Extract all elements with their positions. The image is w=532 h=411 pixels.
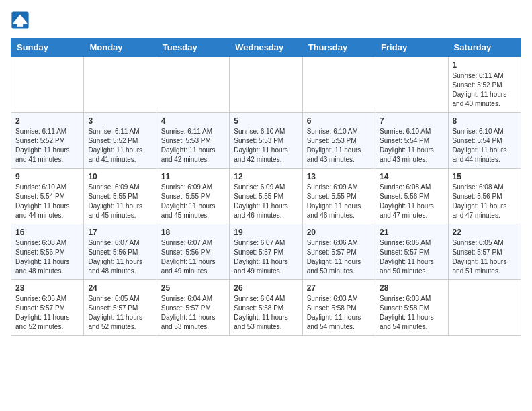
day-number: 22 — [453, 228, 517, 237]
day-info: Sunrise: 6:05 AMSunset: 5:57 PMDaylight:… — [15, 294, 79, 332]
day-number: 3 — [88, 116, 152, 126]
weekday-header: Saturday — [448, 38, 521, 57]
day-info: Sunrise: 6:09 AMSunset: 5:55 PMDaylight:… — [88, 183, 152, 220]
day-number: 25 — [161, 283, 225, 293]
day-info: Sunrise: 6:11 AMSunset: 5:52 PMDaylight:… — [453, 71, 517, 109]
day-info: Sunrise: 6:07 AMSunset: 5:56 PMDaylight:… — [161, 238, 225, 276]
calendar-day-cell: 22Sunrise: 6:05 AMSunset: 5:57 PMDayligh… — [448, 224, 521, 280]
day-info: Sunrise: 6:04 AMSunset: 5:58 PMDaylight:… — [234, 294, 298, 332]
calendar-day-cell — [157, 57, 229, 113]
calendar-day-cell: 7Sunrise: 6:10 AMSunset: 5:54 PMDaylight… — [375, 113, 448, 169]
logo — [11, 11, 32, 30]
day-number: 15 — [453, 172, 517, 181]
day-info: Sunrise: 6:11 AMSunset: 5:53 PMDaylight:… — [161, 127, 225, 165]
day-number: 20 — [307, 228, 371, 237]
calendar-day-cell: 5Sunrise: 6:10 AMSunset: 5:53 PMDaylight… — [230, 113, 302, 169]
day-info: Sunrise: 6:08 AMSunset: 5:56 PMDaylight:… — [15, 238, 79, 276]
calendar-day-cell: 13Sunrise: 6:09 AMSunset: 5:55 PMDayligh… — [302, 169, 375, 224]
weekday-header-row: SundayMondayTuesdayWednesdayThursdayFrid… — [11, 38, 521, 57]
calendar-day-cell — [11, 57, 84, 113]
page-header — [11, 11, 521, 30]
day-number: 26 — [234, 283, 298, 293]
day-info: Sunrise: 6:10 AMSunset: 5:54 PMDaylight:… — [15, 183, 79, 220]
day-info: Sunrise: 6:10 AMSunset: 5:54 PMDaylight:… — [380, 127, 443, 165]
calendar-day-cell: 25Sunrise: 6:04 AMSunset: 5:57 PMDayligh… — [157, 280, 229, 336]
day-info: Sunrise: 6:03 AMSunset: 5:58 PMDaylight:… — [380, 294, 443, 332]
weekday-header: Monday — [84, 38, 157, 57]
weekday-header: Thursday — [302, 38, 375, 57]
calendar-header: SundayMondayTuesdayWednesdayThursdayFrid… — [11, 38, 521, 57]
calendar-day-cell: 23Sunrise: 6:05 AMSunset: 5:57 PMDayligh… — [11, 280, 84, 336]
calendar-week-row: 1Sunrise: 6:11 AMSunset: 5:52 PMDaylight… — [11, 57, 521, 113]
day-number: 18 — [161, 228, 225, 237]
day-number: 13 — [307, 172, 371, 181]
day-info: Sunrise: 6:10 AMSunset: 5:54 PMDaylight:… — [453, 127, 517, 165]
day-number: 11 — [161, 172, 225, 181]
weekday-header: Wednesday — [230, 38, 302, 57]
calendar-day-cell: 1Sunrise: 6:11 AMSunset: 5:52 PMDaylight… — [448, 57, 521, 113]
calendar-table: SundayMondayTuesdayWednesdayThursdayFrid… — [11, 38, 521, 336]
day-info: Sunrise: 6:04 AMSunset: 5:57 PMDaylight:… — [161, 294, 225, 332]
day-info: Sunrise: 6:09 AMSunset: 5:55 PMDaylight:… — [307, 183, 371, 220]
day-number: 16 — [15, 228, 79, 237]
calendar-day-cell: 14Sunrise: 6:08 AMSunset: 5:56 PMDayligh… — [375, 169, 448, 224]
day-info: Sunrise: 6:05 AMSunset: 5:57 PMDaylight:… — [88, 294, 152, 332]
day-number: 24 — [88, 283, 152, 293]
day-number: 1 — [453, 60, 517, 70]
day-number: 10 — [88, 172, 152, 181]
day-number: 5 — [234, 116, 298, 126]
day-number: 2 — [15, 116, 79, 126]
day-info: Sunrise: 6:07 AMSunset: 5:56 PMDaylight:… — [88, 238, 152, 276]
day-number: 12 — [234, 172, 298, 181]
calendar-week-row: 23Sunrise: 6:05 AMSunset: 5:57 PMDayligh… — [11, 280, 521, 336]
day-number: 7 — [380, 116, 443, 126]
day-number: 4 — [161, 116, 225, 126]
calendar-day-cell — [375, 57, 448, 113]
calendar-week-row: 16Sunrise: 6:08 AMSunset: 5:56 PMDayligh… — [11, 224, 521, 280]
day-number: 27 — [307, 283, 371, 293]
calendar-day-cell: 16Sunrise: 6:08 AMSunset: 5:56 PMDayligh… — [11, 224, 84, 280]
calendar-day-cell: 3Sunrise: 6:11 AMSunset: 5:52 PMDaylight… — [84, 113, 157, 169]
day-info: Sunrise: 6:08 AMSunset: 5:56 PMDaylight:… — [380, 183, 443, 220]
day-info: Sunrise: 6:11 AMSunset: 5:52 PMDaylight:… — [88, 127, 152, 165]
logo-icon — [11, 11, 30, 30]
calendar-day-cell: 10Sunrise: 6:09 AMSunset: 5:55 PMDayligh… — [84, 169, 157, 224]
calendar-day-cell: 28Sunrise: 6:03 AMSunset: 5:58 PMDayligh… — [375, 280, 448, 336]
calendar-day-cell: 27Sunrise: 6:03 AMSunset: 5:58 PMDayligh… — [302, 280, 375, 336]
calendar-day-cell: 19Sunrise: 6:07 AMSunset: 5:57 PMDayligh… — [230, 224, 302, 280]
calendar-day-cell: 11Sunrise: 6:09 AMSunset: 5:55 PMDayligh… — [157, 169, 229, 224]
day-number: 21 — [380, 228, 443, 237]
day-number: 17 — [88, 228, 152, 237]
calendar-body: 1Sunrise: 6:11 AMSunset: 5:52 PMDaylight… — [11, 57, 521, 336]
calendar-day-cell — [230, 57, 302, 113]
calendar-day-cell: 26Sunrise: 6:04 AMSunset: 5:58 PMDayligh… — [230, 280, 302, 336]
day-info: Sunrise: 6:09 AMSunset: 5:55 PMDaylight:… — [234, 183, 298, 220]
day-number: 14 — [380, 172, 443, 181]
calendar-day-cell: 18Sunrise: 6:07 AMSunset: 5:56 PMDayligh… — [157, 224, 229, 280]
calendar-day-cell: 6Sunrise: 6:10 AMSunset: 5:53 PMDaylight… — [302, 113, 375, 169]
calendar-day-cell: 21Sunrise: 6:06 AMSunset: 5:57 PMDayligh… — [375, 224, 448, 280]
calendar-day-cell — [302, 57, 375, 113]
day-number: 9 — [15, 172, 79, 181]
calendar-week-row: 2Sunrise: 6:11 AMSunset: 5:52 PMDaylight… — [11, 113, 521, 169]
day-number: 28 — [380, 283, 443, 293]
day-info: Sunrise: 6:07 AMSunset: 5:57 PMDaylight:… — [234, 238, 298, 276]
day-number: 23 — [15, 283, 79, 293]
calendar-day-cell: 24Sunrise: 6:05 AMSunset: 5:57 PMDayligh… — [84, 280, 157, 336]
calendar-day-cell: 2Sunrise: 6:11 AMSunset: 5:52 PMDaylight… — [11, 113, 84, 169]
day-number: 19 — [234, 228, 298, 237]
day-info: Sunrise: 6:08 AMSunset: 5:56 PMDaylight:… — [453, 183, 517, 220]
calendar-day-cell — [448, 280, 521, 336]
day-info: Sunrise: 6:09 AMSunset: 5:55 PMDaylight:… — [161, 183, 225, 220]
calendar-day-cell: 9Sunrise: 6:10 AMSunset: 5:54 PMDaylight… — [11, 169, 84, 224]
calendar-day-cell: 15Sunrise: 6:08 AMSunset: 5:56 PMDayligh… — [448, 169, 521, 224]
weekday-header: Sunday — [11, 38, 84, 57]
calendar-day-cell: 12Sunrise: 6:09 AMSunset: 5:55 PMDayligh… — [230, 169, 302, 224]
day-info: Sunrise: 6:11 AMSunset: 5:52 PMDaylight:… — [15, 127, 79, 165]
day-number: 6 — [307, 116, 371, 126]
calendar-day-cell: 8Sunrise: 6:10 AMSunset: 5:54 PMDaylight… — [448, 113, 521, 169]
calendar-day-cell: 4Sunrise: 6:11 AMSunset: 5:53 PMDaylight… — [157, 113, 229, 169]
day-info: Sunrise: 6:03 AMSunset: 5:58 PMDaylight:… — [307, 294, 371, 332]
calendar-week-row: 9Sunrise: 6:10 AMSunset: 5:54 PMDaylight… — [11, 169, 521, 224]
day-info: Sunrise: 6:10 AMSunset: 5:53 PMDaylight:… — [234, 127, 298, 165]
